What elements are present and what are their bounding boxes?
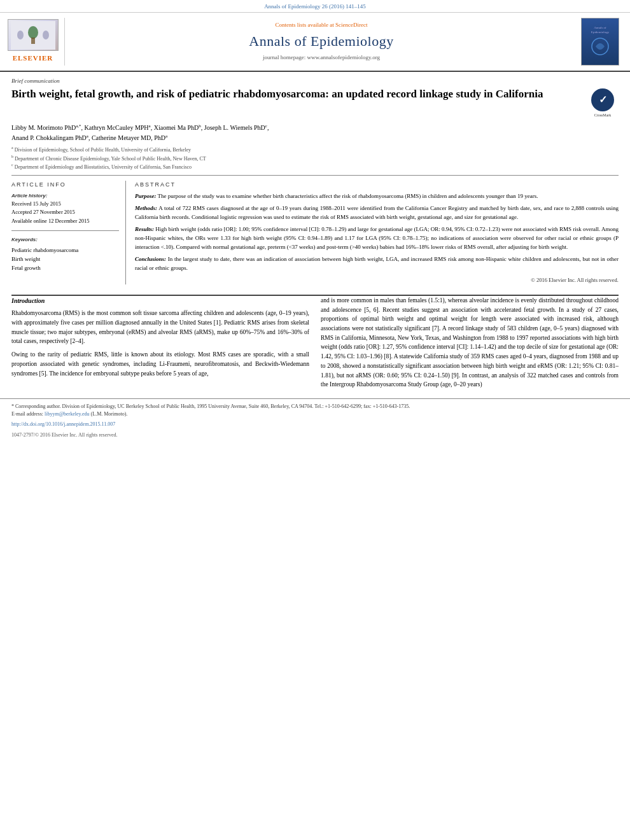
article-area: Brief communication Birth weight, fetal … <box>0 72 630 295</box>
keyword-1: Pediatric rhabdomyosarcoma <box>11 246 119 255</box>
issn-line: 1047-2797/© 2016 Elsevier Inc. All right… <box>0 430 630 444</box>
keywords-label: Keywords: <box>11 236 119 243</box>
body-para-2: Owing to the rarity of pediatric RMS, li… <box>11 350 309 378</box>
body-col-left: Introduction Rhabdomyosarcoma (RMS) is t… <box>11 296 309 393</box>
doi-line: http://dx.doi.org/10.1016/j.annepidem.20… <box>0 418 630 430</box>
abstract-results: Results: High birth weight (odds ratio [… <box>135 225 619 252</box>
journal-header-center: Contents lists available at ScienceDirec… <box>71 18 571 66</box>
article-info-col: ARTICLE INFO Article history: Received 1… <box>11 181 126 284</box>
abstract-methods: Methods: A total of 722 RMS cases diagno… <box>135 204 619 222</box>
info-divider <box>11 230 119 231</box>
svg-rect-2 <box>31 38 35 44</box>
doi-link[interactable]: http://dx.doi.org/10.1016/j.annepidem.20… <box>11 421 115 427</box>
article-info-heading: ARTICLE INFO <box>11 181 119 189</box>
elsevier-name-text: ELSEVIER <box>13 53 53 63</box>
affiliation-c: c Department of Epidemiology and Biostat… <box>11 162 619 171</box>
svg-point-4 <box>43 31 49 39</box>
body-col-right: and is more common in males than females… <box>321 296 619 393</box>
journal-header: ELSEVIER Contents lists available at Sci… <box>0 13 630 72</box>
abstract-purpose: Purpose: The purpose of the study was to… <box>135 192 619 201</box>
footnotes-section: * Corresponding author. Division of Epid… <box>0 398 630 418</box>
top-bar: Annals of Epidemiology 26 (2016) 141–145 <box>0 0 630 13</box>
article-title: Birth weight, fetal growth, and risk of … <box>11 87 587 101</box>
copyright-line: © 2016 Elsevier Inc. All rights reserved… <box>135 277 619 284</box>
sciencedirect-line: Contents lists available at ScienceDirec… <box>276 21 368 29</box>
article-history-label: Article history: <box>11 192 119 199</box>
journal-citation: Annals of Epidemiology 26 (2016) 141–145 <box>264 3 366 10</box>
body-two-col: Introduction Rhabdomyosarcoma (RMS) is t… <box>11 296 619 393</box>
affiliations: a Division of Epidemiology, School of Pu… <box>11 145 619 171</box>
article-history: Article history: Received 15 July 2015 A… <box>11 192 119 225</box>
body-para-3: and is more common in males than females… <box>321 296 619 389</box>
crossmark-icon: ✓ <box>591 88 614 111</box>
abstract-heading: ABSTRACT <box>135 181 619 189</box>
svg-point-1 <box>28 26 38 39</box>
keyword-3: Fetal growth <box>11 263 119 272</box>
available-online-date: Available online 12 December 2015 <box>11 217 119 226</box>
body-section: Introduction Rhabdomyosarcoma (RMS) is t… <box>0 296 630 393</box>
svg-point-3 <box>17 31 24 39</box>
affiliation-b: b Department of Chronic Disease Epidemio… <box>11 154 619 163</box>
body-para-1: Rhabdomyosarcoma (RMS) is the most commo… <box>11 309 309 346</box>
intro-heading: Introduction <box>11 296 309 306</box>
elsevier-logo-area: ELSEVIER <box>8 18 65 66</box>
keywords-section: Keywords: Pediatric rhabdomyosarcoma Bir… <box>11 236 119 272</box>
sciencedirect-link[interactable]: ScienceDirect <box>335 22 367 28</box>
accepted-date: Accepted 27 November 2015 <box>11 208 119 217</box>
article-title-row: Birth weight, fetal growth, and risk of … <box>11 87 619 119</box>
article-info-abstract-section: ARTICLE INFO Article history: Received 1… <box>11 175 619 284</box>
crossmark-badge: ✓ CrossMark <box>587 87 619 119</box>
article-type: Brief communication <box>11 77 619 85</box>
received-date: Received 15 July 2015 <box>11 200 119 209</box>
crossmark-label: CrossMark <box>594 113 612 118</box>
email-link[interactable]: libyym@berkeley.edu <box>45 411 90 417</box>
authors-line: Libby M. Morimoto PhDa,*, Kathryn McCaul… <box>11 123 619 143</box>
journal-title: Annals of Epidemiology <box>249 32 393 52</box>
journal-cover-image: Annals of Epidemiology <box>578 18 622 66</box>
abstract-conclusions: Conclusions: In the largest study to dat… <box>135 255 619 273</box>
abstract-col: ABSTRACT Purpose: The purpose of the stu… <box>135 181 619 284</box>
affiliation-a: a Division of Epidemiology, School of Pu… <box>11 145 619 154</box>
journal-homepage: journal homepage: www.annalsofepidemiolo… <box>263 53 380 62</box>
corresponding-author-note: * Corresponding author. Division of Epid… <box>11 403 619 410</box>
journal-cover-box: Annals of Epidemiology <box>581 18 619 66</box>
email-note: E-mail address: libyym@berkeley.edu (L.M… <box>11 410 619 418</box>
elsevier-image <box>8 19 59 51</box>
keyword-2: Birth weight <box>11 255 119 263</box>
